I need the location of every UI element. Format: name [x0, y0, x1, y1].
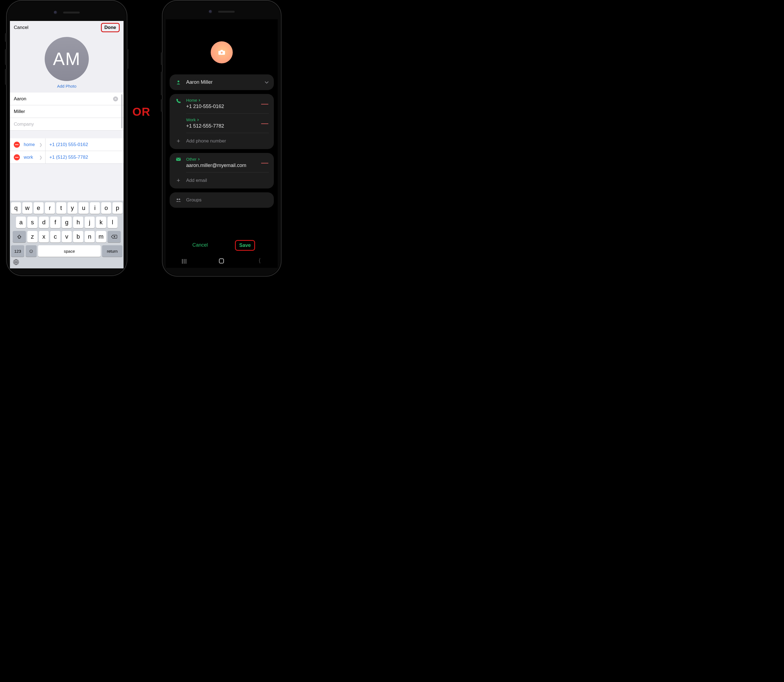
back-button[interactable]: 〈	[257, 257, 261, 265]
key-f[interactable]: f	[50, 217, 61, 228]
emoji-key[interactable]: ☺	[26, 245, 37, 257]
phone-number[interactable]: +1 (210) 555-0162	[49, 142, 88, 147]
clear-text-icon[interactable]: ✕	[113, 96, 118, 101]
camera-icon	[218, 49, 225, 55]
phone-label[interactable]: home	[24, 142, 38, 147]
email-card: Other aaron.miller@myemail.com — + Add e…	[169, 153, 274, 188]
key-v[interactable]: v	[62, 231, 72, 242]
key-w[interactable]: w	[22, 202, 32, 214]
contact-photo-button[interactable]	[211, 41, 233, 64]
key-i[interactable]: i	[90, 202, 100, 214]
contact-avatar[interactable]: AM	[45, 37, 89, 81]
svg-point-0	[221, 52, 223, 54]
android-side-button	[161, 72, 163, 96]
key-c[interactable]: c	[50, 231, 61, 242]
groups-label: Groups	[186, 197, 201, 203]
key-p[interactable]: p	[112, 202, 123, 214]
groups-icon	[174, 198, 182, 202]
remove-email-icon[interactable]: —	[261, 158, 268, 167]
globe-icon[interactable]: 🌐︎	[13, 259, 19, 266]
keyboard-row-1: qwertyuiop	[11, 202, 123, 214]
done-button[interactable]: Done	[101, 23, 120, 32]
key-x[interactable]: x	[39, 231, 49, 242]
key-z[interactable]: z	[27, 231, 37, 242]
home-button[interactable]	[219, 258, 224, 263]
phone-number[interactable]: +1 210-555-0162	[186, 104, 269, 109]
phone-row-work[interactable]: work ❯ +1 (512) 555-7782	[10, 151, 123, 164]
ios-keyboard[interactable]: qwertyuiop asdfghjkl zxcvbnm 123 ☺ space…	[10, 201, 123, 268]
ios-contact-edit-screen: Cancel Done AM Add Photo Aaron ✕ Miller …	[10, 21, 123, 268]
cancel-button[interactable]: Cancel	[188, 240, 211, 251]
remove-phone-icon[interactable]: —	[261, 119, 268, 127]
add-photo-button[interactable]: Add Photo	[57, 84, 77, 88]
key-u[interactable]: u	[78, 202, 88, 214]
add-phone-button[interactable]: + Add phone number	[169, 133, 274, 149]
iphone-power-button	[127, 49, 128, 69]
email-address[interactable]: aaron.miller@myemail.com	[186, 163, 269, 168]
remove-phone-icon[interactable]	[14, 142, 20, 148]
space-key[interactable]: space	[38, 245, 101, 257]
iphone-volume-up	[5, 49, 6, 65]
keyboard-bottom-row: 🌐︎	[11, 257, 123, 267]
last-name-value: Miller	[14, 109, 25, 114]
svg-rect-2	[176, 158, 180, 161]
android-side-button	[161, 53, 163, 65]
key-a[interactable]: a	[16, 217, 26, 228]
key-m[interactable]: m	[96, 231, 106, 242]
phone-type-selector[interactable]: Work	[186, 117, 199, 122]
phone-numbers-section: home ❯ +1 (210) 555-0162 work ❯ +1 (512)…	[10, 138, 123, 164]
name-field-row[interactable]: Aaron Miller	[169, 74, 274, 90]
first-name-value: Aaron	[14, 96, 26, 102]
contact-photo-section: AM Add Photo	[10, 34, 123, 92]
add-phone-label: Add phone number	[186, 138, 226, 144]
plus-icon: +	[174, 177, 182, 184]
groups-button[interactable]: Groups	[169, 192, 274, 208]
shift-key[interactable]	[13, 231, 26, 242]
phone-label[interactable]: work	[24, 155, 38, 160]
key-j[interactable]: j	[85, 217, 95, 228]
phone-row-home[interactable]: home ❯ +1 (210) 555-0162	[10, 138, 123, 151]
phone-number[interactable]: +1 512-555-7782	[186, 123, 269, 129]
phone-card: Home +1 210-555-0162 — Work	[169, 94, 274, 149]
plus-icon: +	[174, 137, 182, 145]
key-t[interactable]: t	[56, 202, 66, 214]
email-row[interactable]: Other aaron.miller@myemail.com —	[169, 153, 274, 172]
key-q[interactable]: q	[11, 202, 21, 214]
backspace-key[interactable]	[107, 231, 121, 242]
remove-phone-icon[interactable]: —	[261, 99, 268, 108]
recents-button[interactable]: |||	[182, 258, 187, 264]
phone-row-work[interactable]: Work +1 512-555-7782 —	[169, 113, 274, 133]
remove-phone-icon[interactable]	[14, 154, 20, 160]
earpiece-speaker	[218, 11, 235, 13]
key-g[interactable]: g	[62, 217, 72, 228]
save-button[interactable]: Save	[235, 240, 255, 251]
key-r[interactable]: r	[45, 202, 55, 214]
last-name-field[interactable]: Miller	[10, 105, 123, 118]
email-type-selector[interactable]: Other	[186, 157, 200, 161]
key-k[interactable]: k	[96, 217, 106, 228]
key-o[interactable]: o	[101, 202, 111, 214]
svg-point-3	[177, 199, 178, 200]
phone-icon	[174, 98, 182, 104]
phone-row-home[interactable]: Home +1 210-555-0162 —	[169, 94, 274, 113]
cancel-button[interactable]: Cancel	[14, 25, 29, 30]
return-key[interactable]: return	[102, 245, 123, 257]
key-l[interactable]: l	[107, 217, 118, 228]
key-d[interactable]: d	[39, 217, 49, 228]
key-b[interactable]: b	[73, 231, 83, 242]
company-field[interactable]: Company	[10, 118, 123, 131]
key-e[interactable]: e	[34, 202, 43, 214]
iphone-device-frame: Cancel Done AM Add Photo Aaron ✕ Miller …	[6, 0, 128, 276]
numbers-key[interactable]: 123	[11, 245, 24, 257]
key-n[interactable]: n	[85, 231, 95, 242]
phone-number[interactable]: +1 (512) 555-7782	[49, 155, 88, 160]
person-icon	[174, 80, 182, 85]
first-name-field[interactable]: Aaron ✕	[10, 92, 123, 105]
key-s[interactable]: s	[27, 217, 37, 228]
phone-type-selector[interactable]: Home	[186, 98, 201, 102]
add-email-button[interactable]: + Add email	[169, 172, 274, 188]
android-contact-edit-screen: Aaron Miller Home	[166, 19, 278, 268]
chevron-down-icon[interactable]	[265, 80, 269, 85]
key-h[interactable]: h	[73, 217, 83, 228]
key-y[interactable]: y	[67, 202, 78, 214]
